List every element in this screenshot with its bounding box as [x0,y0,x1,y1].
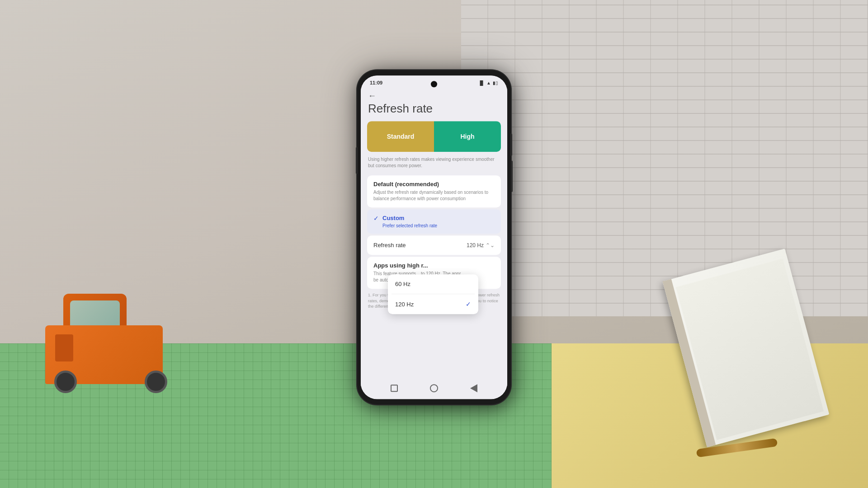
toy-truck-decoration [36,280,181,398]
bottom-navigation [361,377,507,399]
refresh-rate-dropdown[interactable]: 60 Hz 120 Hz ✓ [388,274,478,314]
front-camera [431,81,437,87]
power-button[interactable] [511,160,513,192]
back-nav-icon [470,384,477,392]
truck-wheel-rear [145,371,167,393]
back-nav-button[interactable] [467,382,480,394]
recents-button[interactable] [388,382,401,394]
wifi-icon: ▲ [486,80,491,85]
default-card-desc: Adjust the refresh rate dynamically base… [373,189,495,202]
volume-up-button[interactable] [356,147,358,174]
dropdown-60hz-label: 60 Hz [395,281,410,287]
truck-wheel-front [54,371,77,393]
truck-window [70,300,120,325]
refresh-rate-label: Refresh rate [373,242,406,249]
custom-check-icon: ✓ [373,215,379,222]
refresh-rate-toggle[interactable]: Standard High [367,121,501,152]
phone: 11:09 ▐▌ ▲ ▮▯ ← Refresh rate [357,70,511,404]
default-card-title: Default (recommended) [373,181,495,188]
back-button[interactable]: ← [368,92,500,100]
recents-icon [391,385,398,392]
refresh-rate-row[interactable]: Refresh rate 120 Hz ⌃⌄ [367,235,501,255]
page-title: Refresh rate [361,100,507,121]
high-toggle-button[interactable]: High [434,121,501,152]
apps-card-title: Apps using high r... [373,262,495,269]
scene: 11:09 ▐▌ ▲ ▮▯ ← Refresh rate [0,0,868,488]
top-bar: ← [361,88,507,100]
dropdown-check-icon: ✓ [466,300,471,308]
brick-wall-background [461,0,868,316]
home-icon [430,384,438,392]
default-mode-card[interactable]: Default (recommended) Adjust the refresh… [367,175,501,207]
custom-card-content: Custom Prefer selected refresh rate [382,215,437,228]
status-time: 11:09 [370,80,382,85]
phone-screen: 11:09 ▐▌ ▲ ▮▯ ← Refresh rate [361,75,507,399]
home-button[interactable] [428,382,440,394]
signal-icon: ▐▌ [478,80,485,85]
screen-content: ← Refresh rate Standard High Using highe… [361,88,507,399]
refresh-rate-value-container: 120 Hz ⌃⌄ [467,242,495,249]
truck-grill [55,334,73,361]
phone-container: 11:09 ▐▌ ▲ ▮▯ ← Refresh rate [357,70,511,404]
status-icons: ▐▌ ▲ ▮▯ [478,80,498,85]
standard-toggle-button[interactable]: Standard [367,121,434,152]
refresh-rate-value: 120 Hz [467,242,484,249]
toggle-description: Using higher refresh rates makes viewing… [361,156,507,174]
battery-icon: ▮▯ [493,80,498,85]
volume-down-button[interactable] [510,133,512,156]
dropdown-option-60hz[interactable]: 60 Hz [388,274,478,294]
dropdown-120hz-label: 120 Hz [395,301,414,308]
dropdown-option-120hz[interactable]: 120 Hz ✓ [388,294,478,314]
custom-card-title: Custom [382,215,437,221]
custom-card-subtitle: Prefer selected refresh rate [382,223,437,228]
custom-mode-card[interactable]: ✓ Custom Prefer selected refresh rate [367,209,501,234]
custom-card-inner: ✓ Custom Prefer selected refresh rate [373,215,495,228]
chevron-updown-icon: ⌃⌄ [486,242,495,249]
